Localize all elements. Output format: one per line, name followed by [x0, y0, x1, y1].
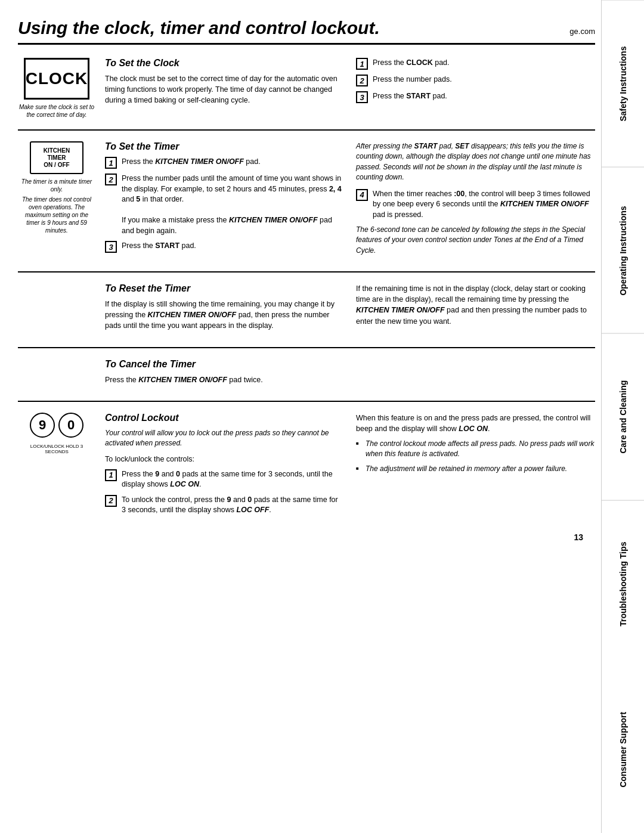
reset-left-text: If the display is still showing the time…: [105, 299, 344, 331]
timer-section: KITCHEN TIMER ON / OFF The timer is a mi…: [18, 131, 595, 272]
sidebar-operating: Operating Instructions: [602, 167, 644, 334]
clock-caption: Make sure the clock is set to the correc…: [18, 103, 95, 119]
timer-caption-2: The timer does not control oven operatio…: [18, 196, 95, 234]
clock-section-title: To Set the Clock: [105, 58, 344, 69]
lockout-right-text: When this feature is on and the press pa…: [356, 413, 595, 434]
page-title: Using the clock, timer and control locko…: [18, 18, 380, 38]
lock-icon-label: LOCK/UNLOCK HOLD 3 SECONDS: [18, 444, 95, 454]
clock-step-1: 1 Press the CLOCK pad.: [356, 58, 595, 70]
lockout-unlock-label: To lock/unlock the controls:: [105, 454, 344, 465]
sidebar-consumer: Consumer Support: [602, 667, 644, 833]
clock-two-col: To Set the Clock The clock must be set t…: [105, 58, 595, 110]
timer-step-text-1: Press the KITCHEN TIMER ON/OFF pad.: [122, 157, 261, 168]
timer-right-col: After pressing the START pad, SET disapp…: [356, 141, 595, 261]
clock-box: CLOCK: [24, 58, 89, 100]
cancel-text: Press the KITCHEN TIMER ON/OFF pad twice…: [105, 374, 595, 385]
lockout-two-col: Control Lockout Your control will allow …: [105, 413, 595, 516]
timer-step-2: 2 Press the number pads until the amount…: [105, 174, 344, 236]
lockout-step-num-1: 1: [105, 469, 117, 481]
timer-left-col: To Set the Timer 1 Press the KITCHEN TIM…: [105, 141, 344, 261]
lockout-step-text-1: Press the 9 and 0 pads at the same time …: [122, 469, 344, 490]
lockout-step-1: 1 Press the 9 and 0 pads at the same tim…: [105, 469, 344, 490]
clock-description: The clock must be set to the correct tim…: [105, 73, 344, 106]
reset-icon-area: [18, 283, 95, 336]
timer-step-num-3: 3: [105, 241, 117, 253]
timer-step-text-2: Press the number pads until the amount o…: [122, 174, 344, 236]
clock-step-2: 2 Press the number pads.: [356, 75, 595, 86]
clock-step-num-1: 1: [356, 58, 368, 70]
clock-steps: 1 Press the CLOCK pad. 2 Press the numbe…: [356, 58, 595, 103]
clock-box-label: CLOCK: [26, 69, 88, 88]
timer-right-text-1: After pressing the START pad, SET disapp…: [356, 141, 595, 183]
page-wrapper: Using the clock, timer and control locko…: [0, 0, 644, 833]
reset-section-title: To Reset the Timer: [105, 283, 344, 294]
lockout-intro: Your control will allow you to lock out …: [105, 428, 344, 449]
timer-step-num-1: 1: [105, 157, 117, 169]
lockout-section-title: Control Lockout: [105, 413, 344, 423]
lockout-bullet-1: The control lockout mode affects all pre…: [356, 439, 595, 459]
reset-section: To Reset the Timer If the display is sti…: [18, 272, 595, 348]
reset-two-col: To Reset the Timer If the display is sti…: [105, 283, 595, 336]
sidebar-safety: Safety Instructions: [602, 0, 644, 167]
main-content: Using the clock, timer and control locko…: [0, 0, 601, 833]
timer-step-num-4: 4: [356, 189, 368, 201]
timer-step-4: 4 When the timer reaches :00, the contro…: [356, 189, 595, 221]
timer-step-1: 1 Press the KITCHEN TIMER ON/OFF pad.: [105, 157, 344, 169]
timer-two-col: To Set the Timer 1 Press the KITCHEN TIM…: [105, 141, 595, 261]
lock-icon-9: 9: [30, 413, 55, 438]
clock-step-text-1: Press the CLOCK pad.: [373, 58, 450, 69]
lockout-bullet-2: The adjustment will be retained in memor…: [356, 464, 595, 474]
clock-left-col: To Set the Clock The clock must be set t…: [105, 58, 344, 110]
cancel-section-title: To Cancel the Timer: [105, 359, 595, 370]
lockout-right-col: When this feature is on and the press pa…: [356, 413, 595, 516]
reset-content: To Reset the Timer If the display is sti…: [105, 283, 595, 336]
lockout-icon-area: 9 0 LOCK/UNLOCK HOLD 3 SECONDS: [18, 413, 95, 516]
timer-icon-area: KITCHEN TIMER ON / OFF The timer is a mi…: [18, 141, 95, 261]
clock-step-text-3: Press the START pad.: [373, 91, 447, 102]
lockout-steps: 1 Press the 9 and 0 pads at the same tim…: [105, 469, 344, 516]
sidebar-care: Care and Cleaning: [602, 333, 644, 500]
cancel-section: To Cancel the Timer Press the KITCHEN TI…: [18, 348, 595, 402]
timer-right-text-2: The 6-second tone can be canceled by fol…: [356, 225, 595, 256]
clock-step-num-2: 2: [356, 75, 368, 86]
timer-caption-1: The timer is a minute timer only.: [18, 178, 95, 193]
clock-content: To Set the Clock The clock must be set t…: [105, 58, 595, 119]
clock-section: CLOCK Make sure the clock is set to the …: [18, 47, 595, 131]
clock-icon-area: CLOCK Make sure the clock is set to the …: [18, 58, 95, 119]
timer-content: To Set the Timer 1 Press the KITCHEN TIM…: [105, 141, 595, 261]
timer-box-text: KITCHEN TIMER ON / OFF: [44, 147, 70, 169]
lockout-step-num-2: 2: [105, 495, 117, 507]
timer-step-3: 3 Press the START pad.: [105, 241, 344, 253]
reset-left-col: To Reset the Timer If the display is sti…: [105, 283, 344, 336]
timer-steps: 1 Press the KITCHEN TIMER ON/OFF pad. 2 …: [105, 157, 344, 253]
lockout-step-2: 2 To unlock the control, press the 9 and…: [105, 495, 344, 516]
lockout-content: Control Lockout Your control will allow …: [105, 413, 595, 516]
lock-icon-0: 0: [58, 413, 83, 438]
lockout-section: 9 0 LOCK/UNLOCK HOLD 3 SECONDS Control L…: [18, 402, 595, 527]
clock-right-col: 1 Press the CLOCK pad. 2 Press the numbe…: [356, 58, 595, 110]
timer-box: KITCHEN TIMER ON / OFF: [30, 141, 83, 174]
lockout-bullet-list: The control lockout mode affects all pre…: [356, 439, 595, 473]
lockout-step-text-2: To unlock the control, press the 9 and 0…: [122, 495, 344, 516]
reset-right-text: If the remaining time is not in the disp…: [356, 283, 595, 327]
cancel-icon-area: [18, 359, 95, 390]
right-sidebar: Safety Instructions Operating Instructio…: [601, 0, 644, 833]
page-title-bar: Using the clock, timer and control locko…: [18, 18, 595, 45]
clock-step-text-2: Press the number pads.: [373, 75, 452, 85]
clock-step-3: 3 Press the START pad.: [356, 91, 595, 103]
page-number: 13: [18, 527, 595, 548]
cancel-content: To Cancel the Timer Press the KITCHEN TI…: [105, 359, 595, 390]
timer-step-num-2: 2: [105, 174, 117, 185]
page-website: ge.com: [569, 27, 595, 36]
sidebar-troubleshooting: Troubleshooting Tips: [602, 500, 644, 667]
timer-step-text-3: Press the START pad.: [122, 241, 196, 252]
clock-step-num-3: 3: [356, 91, 368, 103]
timer-section-title: To Set the Timer: [105, 141, 344, 152]
reset-right-col: If the remaining time is not in the disp…: [356, 283, 595, 336]
lockout-left-col: Control Lockout Your control will allow …: [105, 413, 344, 516]
timer-step-text-4: When the timer reaches :00, the control …: [373, 189, 595, 221]
lock-icons: 9 0: [30, 413, 83, 438]
